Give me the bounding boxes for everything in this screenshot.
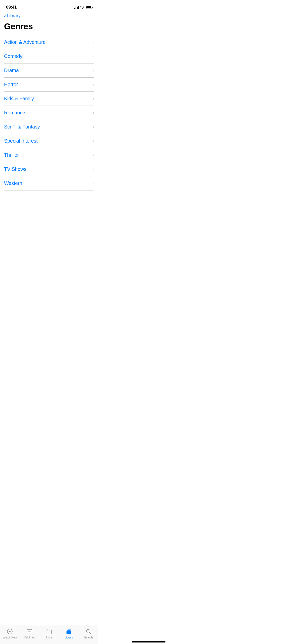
genre-label-comedy: Comedy bbox=[4, 53, 22, 59]
genre-label-sci-fi-fantasy: Sci-Fi & Fantasy bbox=[4, 124, 40, 130]
genre-chevron-icon-thriller: › bbox=[93, 152, 94, 158]
genre-label-romance: Romance bbox=[4, 110, 25, 116]
genre-chevron-icon-comedy: › bbox=[93, 54, 94, 59]
genre-chevron-icon-western: › bbox=[93, 181, 94, 186]
genre-chevron-icon-romance: › bbox=[93, 110, 94, 115]
genre-label-action-adventure: Action & Adventure bbox=[4, 39, 46, 45]
status-icons bbox=[74, 5, 92, 9]
status-time: 09:41 bbox=[6, 5, 17, 10]
genre-item-comedy[interactable]: Comedy › bbox=[4, 49, 94, 63]
genre-label-horror: Horror bbox=[4, 82, 18, 87]
genre-label-thriller: Thriller bbox=[4, 152, 19, 158]
genre-chevron-icon-horror: › bbox=[93, 82, 94, 87]
battery-fill bbox=[86, 6, 91, 8]
genre-chevron-icon-tv-shows: › bbox=[93, 167, 94, 172]
back-button[interactable]: ‹ Library bbox=[0, 11, 98, 19]
genre-label-drama: Drama bbox=[4, 68, 19, 73]
genre-label-special-interest: Special Interest bbox=[4, 138, 38, 144]
page-title: Genres bbox=[0, 19, 98, 35]
back-chevron-icon: ‹ bbox=[4, 13, 6, 18]
genre-label-kids-family: Kids & Family bbox=[4, 96, 34, 102]
genre-chevron-icon-special-interest: › bbox=[93, 138, 94, 144]
signal-bars-icon bbox=[74, 6, 79, 9]
genre-chevron-icon-kids-family: › bbox=[93, 96, 94, 101]
genre-item-horror[interactable]: Horror › bbox=[4, 78, 94, 92]
genre-item-tv-shows[interactable]: TV Shows › bbox=[4, 162, 94, 176]
genre-label-tv-shows: TV Shows bbox=[4, 166, 26, 172]
genre-chevron-icon-action-adventure: › bbox=[93, 40, 94, 45]
genre-item-special-interest[interactable]: Special Interest › bbox=[4, 134, 94, 148]
genre-item-drama[interactable]: Drama › bbox=[4, 63, 94, 78]
genre-item-action-adventure[interactable]: Action & Adventure › bbox=[4, 35, 94, 49]
genre-chevron-icon-drama: › bbox=[93, 68, 94, 73]
genre-item-thriller[interactable]: Thriller › bbox=[4, 148, 94, 162]
genre-chevron-icon-sci-fi-fantasy: › bbox=[93, 124, 94, 130]
back-label: Library bbox=[7, 13, 21, 18]
genre-label-western: Western bbox=[4, 180, 22, 186]
genre-item-romance[interactable]: Romance › bbox=[4, 106, 94, 120]
genre-list: Action & Adventure › Comedy › Drama › Ho… bbox=[0, 35, 98, 190]
signal-bar-3 bbox=[77, 7, 78, 9]
genre-item-western[interactable]: Western › bbox=[4, 176, 94, 190]
signal-bar-2 bbox=[76, 7, 76, 9]
battery-icon bbox=[86, 6, 92, 9]
wifi-icon bbox=[80, 5, 84, 9]
genre-item-sci-fi-fantasy[interactable]: Sci-Fi & Fantasy › bbox=[4, 120, 94, 134]
signal-bar-1 bbox=[74, 8, 75, 9]
signal-bar-4 bbox=[78, 6, 79, 9]
status-bar: 09:41 bbox=[0, 0, 98, 11]
genre-item-kids-family[interactable]: Kids & Family › bbox=[4, 92, 94, 106]
